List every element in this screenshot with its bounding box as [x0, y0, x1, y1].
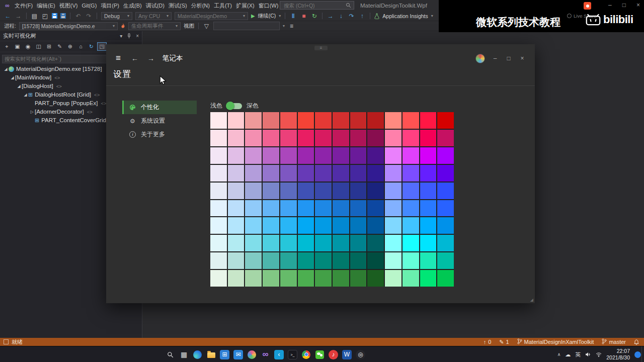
swatch-green-A200[interactable] — [403, 270, 419, 287]
status-item-1[interactable]: ✎1 — [499, 339, 509, 345]
chevron-down-icon[interactable]: ◢ — [10, 75, 15, 80]
close-button[interactable]: × — [519, 55, 526, 62]
network-icon[interactable] — [596, 352, 602, 357]
continue-icon[interactable]: ▶ — [251, 13, 255, 19]
filter-dropdown[interactable]: ▾ — [283, 24, 285, 28]
swatch-indigo-A200[interactable] — [403, 183, 419, 199]
chrome-browser[interactable] — [301, 350, 311, 359]
menu-item-11[interactable]: 窗口(W) — [257, 0, 281, 11]
add-element-icon[interactable]: ⊕ — [65, 42, 75, 51]
swatch-light-blue-A400[interactable] — [420, 217, 437, 234]
swatch-red-A100[interactable] — [385, 112, 401, 129]
step-into-icon[interactable]: ↓ — [337, 12, 345, 21]
swatch-cyan-A100[interactable] — [385, 235, 401, 251]
swatch-cyan-A200[interactable] — [403, 235, 419, 251]
swatch-pink-A700[interactable] — [437, 130, 454, 146]
swatch-green-A100[interactable] — [385, 270, 401, 287]
swatch-purple-700[interactable] — [333, 147, 349, 164]
swatch-blue-A200[interactable] — [403, 200, 419, 217]
startup-project-combo[interactable]: MaterialDesignDemo▾ — [175, 12, 248, 20]
quick-search-input[interactable] — [283, 2, 346, 9]
menu-item-3[interactable]: Git(G) — [79, 0, 99, 11]
list-view-icon[interactable]: ≡ — [288, 22, 295, 31]
swatch-indigo-800[interactable] — [350, 183, 367, 199]
swatch-indigo-900[interactable] — [367, 183, 384, 199]
minimize-button[interactable]: – — [492, 55, 499, 62]
swatch-blue-800[interactable] — [350, 200, 367, 217]
forward-arrow-icon[interactable]: → — [146, 54, 155, 62]
swatch-purple-800[interactable] — [350, 147, 367, 164]
open-file-icon[interactable]: ◰ — [41, 12, 49, 21]
swatch-indigo-200[interactable] — [245, 183, 262, 199]
swatch-indigo-700[interactable] — [333, 183, 349, 199]
swatch-teal-A700[interactable] — [437, 252, 454, 269]
swatch-pink-50[interactable] — [210, 130, 227, 146]
swatch-purple-A200[interactable] — [403, 147, 419, 164]
swatch-cyan-600[interactable] — [315, 235, 332, 251]
window-position-icon[interactable]: ▾ — [120, 33, 122, 39]
maximize-button[interactable]: □ — [505, 55, 512, 62]
swatch-teal-300[interactable] — [263, 252, 279, 269]
swatch-pink-100[interactable] — [228, 130, 245, 146]
close-icon[interactable]: × — [136, 33, 139, 39]
swatch-deep-purple-900[interactable] — [367, 165, 384, 182]
swatch-red-900[interactable] — [367, 112, 384, 129]
menu-item-9[interactable]: 工具(T) — [212, 0, 234, 11]
edge-browser[interactable] — [193, 350, 202, 359]
menu-item-7[interactable]: 测试(S) — [167, 0, 189, 11]
show-desktop-button[interactable] — [641, 346, 644, 362]
swatch-teal-500[interactable] — [298, 252, 314, 269]
swatch-red-400[interactable] — [280, 112, 297, 129]
swatch-light-blue-600[interactable] — [315, 217, 332, 234]
swatch-pink-200[interactable] — [245, 130, 262, 146]
swatch-pink-900[interactable] — [367, 130, 384, 146]
swatch-red-800[interactable] — [350, 112, 367, 129]
vs-code[interactable]: ‹ — [274, 350, 284, 359]
swatch-pink-A100[interactable] — [385, 130, 401, 146]
nav-item-0[interactable]: 个性化 — [122, 101, 197, 114]
swatch-red-A200[interactable] — [403, 112, 419, 129]
swatch-green-200[interactable] — [245, 270, 262, 287]
swatch-light-blue-200[interactable] — [245, 217, 262, 234]
swatch-purple-900[interactable] — [367, 147, 384, 164]
swatch-deep-purple-700[interactable] — [333, 165, 349, 182]
solution-platform-combo[interactable]: Any CPU▾ — [135, 12, 172, 20]
select-element-icon[interactable]: ⌖ — [2, 42, 12, 51]
word-app[interactable]: W — [342, 350, 352, 359]
swatch-deep-purple-A100[interactable] — [385, 165, 401, 182]
swatch-light-blue-300[interactable] — [263, 217, 279, 234]
swatch-purple-100[interactable] — [228, 147, 245, 164]
continue-dropdown[interactable]: ▾ — [279, 14, 281, 18]
quick-search[interactable] — [280, 1, 354, 10]
swatch-indigo-300[interactable] — [263, 183, 279, 199]
refresh-icon[interactable]: ↻ — [87, 42, 96, 51]
swatch-blue-50[interactable] — [210, 200, 227, 217]
swatch-purple-200[interactable] — [245, 147, 262, 164]
menu-item-4[interactable]: 项目(P) — [99, 0, 121, 11]
swatch-cyan-800[interactable] — [350, 235, 367, 251]
swatch-blue-400[interactable] — [280, 200, 297, 217]
show-next-statement-icon[interactable]: → — [327, 12, 334, 21]
menu-item-1[interactable]: 编辑(E) — [35, 0, 57, 11]
swatch-green-400[interactable] — [280, 270, 297, 287]
swatch-pink-600[interactable] — [315, 130, 332, 146]
swatch-teal-800[interactable] — [350, 252, 367, 269]
layout-grid-icon[interactable]: ⊞ — [44, 42, 54, 51]
save-all-icon[interactable] — [60, 13, 66, 19]
onedrive-icon[interactable]: ☁ — [565, 351, 571, 358]
swatch-purple-50[interactable] — [210, 147, 227, 164]
swatch-red-500[interactable] — [298, 112, 314, 129]
volume-icon[interactable] — [585, 352, 591, 357]
swatch-purple-400[interactable] — [280, 147, 297, 164]
restart-icon[interactable]: ↻ — [310, 12, 318, 21]
app-insights-label[interactable]: Application Insights — [382, 13, 428, 19]
swatch-deep-purple-200[interactable] — [245, 165, 262, 182]
undo-icon[interactable]: ↶ — [74, 12, 82, 21]
menu-item-8[interactable]: 分析(N) — [189, 0, 212, 11]
status-item-3[interactable]: master — [602, 338, 626, 345]
swatch-red-A400[interactable] — [420, 112, 437, 129]
swatch-pink-700[interactable] — [333, 130, 349, 146]
app-insights-dropdown[interactable]: ▾ — [431, 14, 433, 18]
swatch-teal-A100[interactable] — [385, 252, 401, 269]
notification-badge[interactable] — [634, 351, 641, 358]
